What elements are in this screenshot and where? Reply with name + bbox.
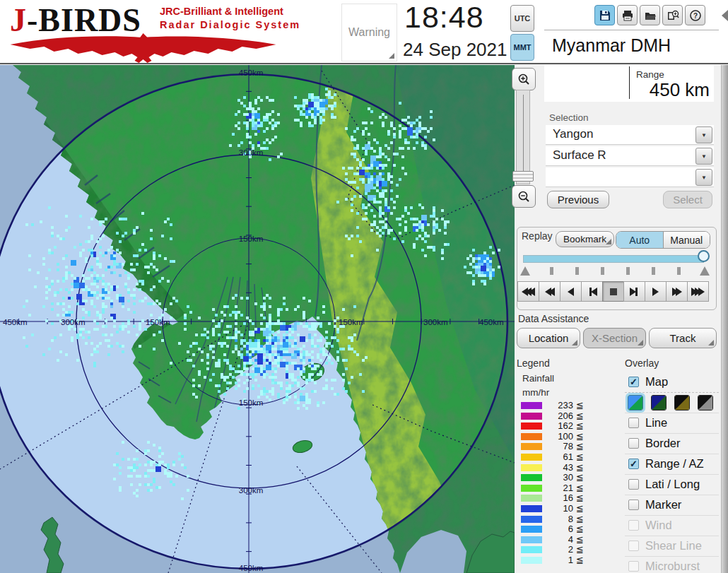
checkbox-border[interactable]: [628, 438, 639, 449]
play-icon: [652, 288, 659, 296]
chevron-down-icon[interactable]: ▼: [695, 126, 712, 143]
checkbox-lati-long[interactable]: [628, 479, 639, 490]
slider-start-marker[interactable]: [520, 266, 530, 276]
panel-collapse-icon[interactable]: [722, 10, 728, 21]
legend-color-swatch: [521, 505, 542, 512]
replay-mode-manual[interactable]: Manual: [663, 232, 710, 248]
legend-color-swatch: [521, 433, 542, 440]
zoom-out-icon: [517, 190, 530, 203]
capture-button[interactable]: [662, 5, 683, 25]
open-folder-icon: [644, 9, 657, 22]
map-zoom-control: [510, 66, 536, 208]
legend-color-swatch: [521, 464, 542, 471]
legend-operator: ≦: [576, 451, 584, 462]
chevron-down-icon[interactable]: ▼: [695, 148, 712, 165]
checkbox-range-az[interactable]: ✓: [628, 459, 639, 469]
overlay-row-border[interactable]: Border: [625, 434, 719, 454]
checkbox-map[interactable]: ✓: [628, 377, 639, 387]
step-back-button[interactable]: [581, 281, 603, 302]
legend-operator: ≦: [576, 400, 584, 410]
legend-operator: ≦: [576, 483, 584, 493]
select-button[interactable]: Select: [663, 191, 712, 208]
timezone-mmt-button[interactable]: MMT: [510, 34, 534, 61]
replay-slider-track[interactable]: [523, 255, 704, 263]
overlay-row-range-az[interactable]: ✓Range / AZ: [625, 454, 719, 475]
data-assistance-label: Data Assistance: [518, 313, 589, 324]
dropdown-extra[interactable]: ▼: [546, 167, 714, 187]
warning-button[interactable]: Warning: [341, 4, 397, 61]
legend-value: 10: [541, 503, 573, 514]
overlay-row-map[interactable]: ✓Map: [625, 372, 719, 393]
dropdown-product[interactable]: Surface R▼: [546, 146, 714, 166]
overlay-row-shear-line[interactable]: Shear Line: [625, 536, 719, 557]
x-section-button[interactable]: X-Section: [583, 328, 646, 348]
panel-edge-strip[interactable]: [721, 65, 728, 573]
ring-label: 300km: [423, 318, 448, 326]
zoom-slider-handle[interactable]: [512, 171, 534, 182]
rewind-fast-button[interactable]: [517, 281, 539, 302]
save-button[interactable]: [594, 5, 615, 25]
overlay-row-wind[interactable]: Wind: [625, 516, 719, 536]
replay-slider-handle[interactable]: [698, 250, 710, 262]
range-value: 450 km: [650, 79, 710, 101]
bookmark-button[interactable]: Bookmark: [556, 231, 614, 247]
step-forward-button[interactable]: [623, 281, 645, 302]
slider-end-marker[interactable]: [700, 266, 710, 276]
legend-color-swatch: [521, 423, 542, 430]
overlay-item-label: Line: [645, 416, 667, 430]
overlay-row-marker[interactable]: Marker: [625, 495, 719, 516]
chevron-down-icon[interactable]: ▼: [695, 169, 712, 186]
overlay-row-lati-long[interactable]: Lati / Long: [625, 475, 719, 495]
play-back-button[interactable]: [560, 281, 582, 302]
overlay-row-microburst[interactable]: Microburst: [625, 557, 719, 573]
checkbox-wind[interactable]: [628, 520, 639, 531]
rewind-fast-icon: [529, 288, 535, 296]
previous-button[interactable]: Previous: [547, 191, 609, 208]
checkbox-microburst[interactable]: [628, 561, 639, 572]
overlay-row-line[interactable]: Line: [625, 413, 719, 434]
map-style-swatch-1[interactable]: [628, 395, 643, 410]
checkbox-shear-line[interactable]: [628, 540, 639, 551]
zoom-out-button[interactable]: [512, 185, 536, 208]
legend-value: 162: [541, 420, 573, 431]
station-name: Myanmar DMH: [552, 35, 671, 56]
transport-controls: [518, 281, 709, 302]
overlay-item-label: Marker: [645, 498, 681, 512]
legend-value: 100: [541, 431, 573, 442]
forward-icon: [676, 288, 682, 296]
help-button[interactable]: ?: [685, 5, 705, 25]
zoom-slider-track[interactable]: [516, 90, 530, 184]
checkbox-marker[interactable]: [628, 500, 639, 510]
stop-button[interactable]: [602, 281, 624, 302]
print-button[interactable]: [617, 5, 638, 25]
radar-map-view[interactable]: 450km300km150km150km300km450km450km300km…: [0, 65, 515, 573]
step-back-icon: [591, 288, 597, 296]
jbirds-window: 450km300km150km150km300km450km450km300km…: [0, 0, 728, 573]
open-folder-button[interactable]: [640, 5, 660, 25]
legend-label: Legend: [517, 358, 550, 369]
legend-color-swatch: [521, 495, 542, 502]
legend-value: 61: [541, 451, 573, 462]
dropdown-site[interactable]: Yangon▼: [546, 125, 714, 145]
checkbox-line[interactable]: [628, 418, 639, 428]
replay-mode-auto[interactable]: Auto: [616, 232, 663, 248]
rewind-button[interactable]: [539, 281, 560, 302]
stop-icon: [610, 288, 617, 295]
map-style-swatch-2[interactable]: [651, 395, 667, 410]
legend-operator: ≦: [576, 441, 584, 451]
zoom-in-button[interactable]: [512, 68, 536, 90]
ring-label: 150km: [146, 318, 170, 326]
forward-button[interactable]: [666, 281, 688, 302]
legend-value: 21: [541, 483, 573, 493]
location-button[interactable]: Location: [517, 328, 580, 348]
map-style-swatch-4[interactable]: [698, 395, 713, 410]
track-button[interactable]: Track: [649, 328, 717, 348]
forward-fast-button[interactable]: [687, 281, 709, 302]
overlay-item-label: Wind: [645, 519, 672, 532]
timezone-utc-button[interactable]: UTC: [510, 5, 534, 32]
legend-color-swatch: [521, 526, 542, 533]
play-button[interactable]: [645, 281, 667, 302]
legend-color-swatch: [521, 454, 542, 461]
overlay-item-label: Border: [645, 437, 681, 450]
map-style-swatch-3[interactable]: [674, 395, 690, 410]
